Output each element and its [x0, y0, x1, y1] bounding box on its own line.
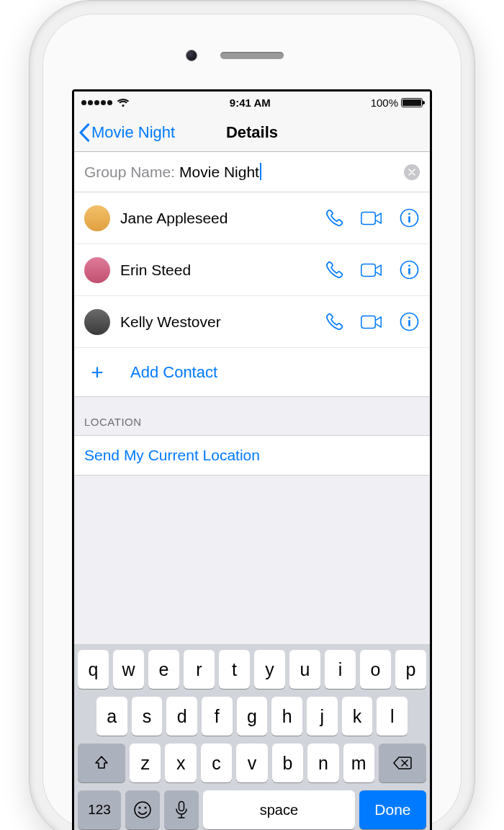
signal-dots-icon	[81, 100, 112, 105]
avatar	[84, 309, 110, 335]
key-d[interactable]: d	[166, 697, 197, 736]
location-section-header: LOCATION	[74, 397, 430, 435]
info-icon	[400, 312, 419, 331]
add-contact-label: Add Contact	[130, 363, 217, 382]
clear-text-button[interactable]	[404, 164, 420, 180]
key-j[interactable]: j	[307, 697, 338, 736]
phone-icon	[325, 208, 344, 228]
phone-call-button[interactable]	[323, 208, 345, 229]
key-t[interactable]: t	[219, 650, 250, 689]
svg-rect-11	[408, 320, 410, 326]
phone-call-button[interactable]	[323, 259, 345, 281]
contact-row[interactable]: Jane Appleseed	[74, 192, 430, 244]
key-f[interactable]: f	[202, 697, 233, 736]
status-left	[81, 98, 130, 107]
battery-percent: 100%	[371, 97, 398, 109]
key-y[interactable]: y	[254, 650, 285, 689]
back-label: Movie Night	[91, 123, 175, 142]
group-name-value: Movie Night	[179, 164, 259, 180]
svg-rect-3	[408, 216, 410, 223]
key-u[interactable]: u	[289, 650, 320, 689]
microphone-icon	[175, 800, 188, 819]
send-location-label: Send My Current Location	[84, 447, 260, 464]
keyboard-row-1: q w e r t y u i o p	[78, 650, 426, 689]
key-numbers[interactable]: 123	[78, 790, 121, 829]
key-q[interactable]: q	[78, 650, 109, 689]
x-icon	[408, 169, 415, 176]
svg-rect-8	[361, 316, 375, 328]
key-a[interactable]: a	[96, 697, 127, 736]
contact-list: Jane Appleseed Erin Steed	[74, 192, 430, 348]
info-button[interactable]	[398, 208, 420, 229]
group-name-input[interactable]: Movie Night	[179, 163, 400, 181]
key-n[interactable]: n	[307, 744, 338, 782]
svg-rect-4	[361, 264, 375, 276]
info-button[interactable]	[398, 259, 420, 281]
back-button[interactable]: Movie Night	[74, 123, 175, 142]
contact-row[interactable]: Erin Steed	[74, 244, 430, 296]
svg-rect-0	[361, 212, 375, 224]
svg-point-14	[145, 807, 147, 809]
shift-icon	[94, 755, 109, 771]
group-name-row[interactable]: Group Name: Movie Night	[74, 152, 430, 192]
key-done[interactable]: Done	[359, 790, 426, 829]
emoji-icon	[133, 800, 152, 819]
navigation-bar: Movie Night Details	[74, 113, 430, 152]
key-s[interactable]: s	[132, 697, 163, 736]
phone-call-button[interactable]	[323, 311, 345, 333]
add-contact-button[interactable]: + Add Contact	[74, 348, 430, 397]
key-h[interactable]: h	[271, 697, 302, 736]
status-time: 9:41 AM	[230, 97, 271, 109]
status-right: 100%	[371, 97, 423, 109]
key-i[interactable]: i	[325, 650, 356, 689]
plus-icon: +	[84, 362, 110, 383]
send-location-button[interactable]: Send My Current Location	[74, 435, 430, 476]
video-call-button[interactable]	[361, 311, 382, 333]
svg-point-6	[408, 264, 410, 267]
key-z[interactable]: z	[130, 744, 161, 782]
video-icon	[361, 314, 382, 330]
keyboard: q w e r t y u i o p a s d f g h	[74, 644, 430, 830]
text-cursor	[260, 163, 261, 180]
info-button[interactable]	[398, 311, 420, 333]
status-bar: 9:41 AM 100%	[74, 92, 430, 113]
key-r[interactable]: r	[184, 650, 215, 689]
key-space[interactable]: space	[203, 790, 355, 829]
key-b[interactable]: b	[272, 744, 303, 782]
key-l[interactable]: l	[377, 697, 408, 736]
key-backspace[interactable]	[379, 744, 426, 782]
svg-point-13	[139, 807, 141, 809]
earpiece-speaker	[220, 52, 284, 59]
key-w[interactable]: w	[113, 650, 144, 689]
key-e[interactable]: e	[148, 650, 179, 689]
front-camera	[186, 50, 197, 61]
svg-rect-15	[179, 802, 184, 811]
key-dictation[interactable]	[164, 790, 199, 829]
video-icon	[361, 262, 382, 278]
key-k[interactable]: k	[342, 697, 373, 736]
phone-icon	[325, 260, 344, 280]
key-p[interactable]: p	[395, 650, 426, 689]
keyboard-row-4: 123 space Done	[78, 790, 426, 829]
svg-point-12	[135, 802, 150, 818]
key-x[interactable]: x	[165, 744, 196, 782]
key-m[interactable]: m	[343, 744, 374, 782]
keyboard-row-3: z x c v b n m	[78, 744, 426, 782]
contact-name: Jane Appleseed	[120, 210, 313, 227]
key-emoji[interactable]	[125, 790, 160, 829]
contact-name: Kelly Westover	[120, 313, 313, 331]
contact-name: Erin Steed	[120, 262, 313, 279]
chevron-left-icon	[78, 123, 90, 142]
video-call-button[interactable]	[361, 208, 382, 229]
video-call-button[interactable]	[361, 259, 382, 281]
key-shift[interactable]	[78, 744, 125, 782]
video-icon	[361, 210, 382, 226]
key-o[interactable]: o	[360, 650, 391, 689]
iphone-device-frame: 9:41 AM 100% Movie Night Details	[29, 0, 475, 830]
contact-row[interactable]: Kelly Westover	[74, 296, 430, 348]
key-v[interactable]: v	[236, 744, 267, 782]
key-c[interactable]: c	[201, 744, 232, 782]
content: Group Name: Movie Night Jane Appleseed	[74, 152, 430, 476]
key-g[interactable]: g	[237, 697, 268, 736]
svg-rect-7	[408, 268, 410, 275]
